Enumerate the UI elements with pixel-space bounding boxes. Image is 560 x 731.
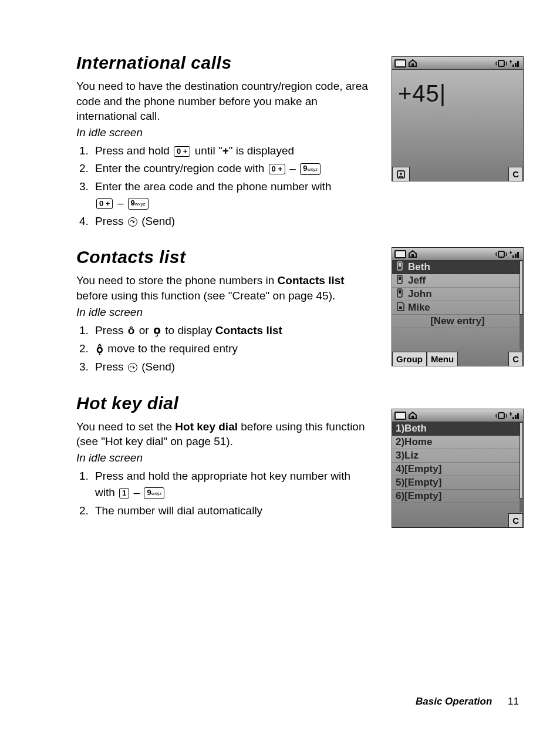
scrollbar-thumb [519, 261, 523, 315]
svg-rect-16 [399, 306, 402, 309]
list-item: 6)[Empty] [392, 490, 523, 503]
contacts-step-2: ộ move to the required entry [92, 341, 370, 358]
text: Press and hold [95, 144, 173, 157]
svg-rect-15 [399, 290, 401, 294]
text-bold: Hot key dial [175, 420, 238, 433]
text-bold: Contacts list [278, 274, 345, 287]
text: 9 [147, 488, 151, 497]
scrollbar [519, 261, 523, 351]
scrollbar [519, 422, 523, 512]
svg-rect-2 [515, 63, 517, 67]
intl-step-2: Enter the country/region code with 0 + –… [92, 160, 370, 177]
dial-display: +45| [392, 70, 523, 117]
hotkey-step-1: Press and hold the appropriate hot key n… [92, 468, 370, 501]
softkey-right-clear: C [508, 167, 523, 181]
dash: – [286, 162, 299, 174]
page-number: 11 [508, 696, 519, 707]
key-0-plus: 0 + [269, 164, 285, 174]
home-icon [408, 250, 417, 258]
page-footer: Basic Operation 11 [416, 696, 519, 708]
list-item: Beth [392, 261, 523, 274]
list-item: 1)Beth [392, 422, 523, 436]
contacts-intro: You need to store the phone numbers in C… [76, 273, 370, 303]
vibrate-icon [495, 412, 507, 420]
text: Press [95, 324, 127, 336]
softkey-right-clear: C [508, 352, 523, 366]
text: Mike [408, 302, 430, 314]
svg-rect-1 [512, 65, 514, 67]
list-item: 5)[Empty] [392, 476, 523, 490]
signal-icon [509, 59, 521, 68]
contacts-step-1: Press ô or o̧ to display Contacts list [92, 322, 370, 339]
key-9-wxyz: 9wxyz [144, 487, 164, 499]
nav-up-icon: ô [128, 322, 135, 339]
battery-icon [394, 250, 406, 258]
text: (Send) [141, 361, 175, 373]
home-icon [408, 412, 417, 420]
svg-rect-8 [515, 254, 517, 258]
hotkey-idle: In idle screen [76, 452, 370, 464]
svg-rect-19 [515, 415, 517, 419]
dash: – [114, 197, 126, 209]
list-item: John [392, 288, 523, 301]
text-bold: Contacts list [215, 324, 282, 336]
contact-phone-icon [396, 288, 406, 301]
vibrate-icon [495, 250, 507, 258]
svg-rect-7 [512, 255, 514, 258]
text: Beth [408, 261, 430, 273]
vibrate-icon [495, 59, 507, 68]
svg-point-5 [400, 173, 402, 175]
text: Press [95, 361, 127, 373]
text: You need to store the phone numbers in [76, 274, 278, 287]
nav-updown-icon: ộ [96, 341, 103, 358]
section-title-intl: International calls [76, 53, 370, 73]
list-item: 4)[Empty] [392, 463, 523, 476]
text: or [139, 324, 152, 336]
phone-screens-column: +45| C Beth Jeff John Mike [New entry] G… [392, 56, 524, 528]
hotkey-steps: Press and hold the appropriate hot key n… [76, 468, 370, 520]
text: with [95, 486, 118, 498]
status-bar [392, 57, 523, 70]
text: John [408, 288, 432, 300]
svg-rect-0 [498, 60, 504, 66]
key-9-wxyz: 9wxyz [300, 163, 321, 175]
svg-rect-18 [512, 417, 514, 419]
text: You need to set the [76, 420, 175, 433]
status-bar [392, 248, 523, 261]
list-item: 2)Home [392, 436, 523, 449]
phone-screen-intl: +45| C [392, 56, 524, 181]
status-bar [392, 409, 523, 422]
text: (Send) [141, 215, 175, 227]
softkey-bar: Group Menu C [392, 351, 523, 366]
dash: – [130, 486, 143, 498]
contacts-step-3: Press ↷ (Send) [92, 359, 370, 376]
text: wxyz [307, 167, 318, 172]
phone-screen-contacts: Beth Jeff John Mike [New entry] Group Me… [392, 247, 524, 366]
text: Enter the area code and the phone number… [95, 180, 331, 193]
signal-icon [509, 411, 521, 420]
key-1: 1 [119, 488, 129, 498]
list-item: Mike [392, 301, 523, 315]
contact-sim-icon [396, 302, 406, 314]
svg-rect-6 [498, 251, 504, 257]
intl-step-3: Enter the area code and the phone number… [92, 178, 370, 212]
intl-step-1: Press and hold 0 + until "+" is displaye… [92, 143, 370, 160]
home-icon [408, 59, 417, 68]
svg-rect-13 [399, 277, 401, 280]
key-9-wxyz: 9wxyz [128, 198, 149, 210]
hotkey-intro: You need to set the Hot key dial before … [76, 419, 370, 449]
battery-icon [394, 412, 406, 420]
intl-idle: In idle screen [76, 126, 370, 139]
svg-rect-20 [517, 413, 519, 419]
contact-phone-icon [396, 261, 406, 274]
text: move to the required entry [107, 342, 238, 355]
text: before using this function (see "Create"… [76, 289, 335, 302]
intl-intro: You need to have the destination country… [76, 79, 370, 124]
list-item: Jeff [392, 274, 523, 288]
section-title-hotkey: Hot key dial [76, 393, 370, 413]
list-item-new-entry: [New entry] [392, 315, 523, 328]
scrollbar-thumb [519, 422, 523, 498]
svg-rect-3 [517, 61, 519, 67]
text: Jeff [408, 275, 426, 287]
softkey-bar: C [392, 512, 523, 527]
